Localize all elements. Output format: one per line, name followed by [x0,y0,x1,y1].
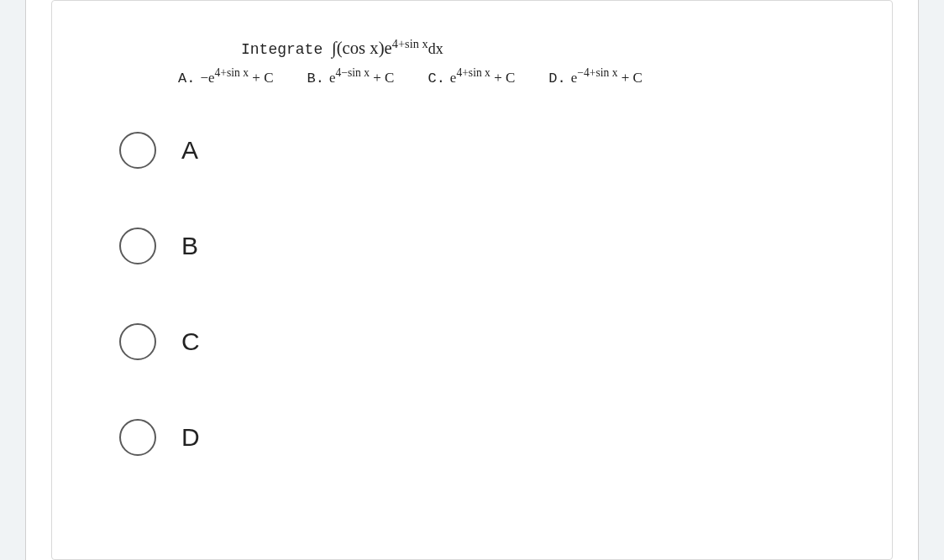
option-b-label: B [181,232,198,260]
radio-icon[interactable] [119,228,156,264]
prompt-prefix: Integrate [241,41,332,58]
option-d[interactable]: D [119,419,850,456]
question-card: Integrate ∫(cos x)e4+sin xdx A. −e4+sin … [51,0,893,560]
answer-choice-d: D. e−4+sin x + C [548,64,642,90]
answer-choice-c: C. e4+sin x + C [427,64,515,90]
answer-choice-b: B. e4−sin x + C [307,64,395,90]
radio-icon[interactable] [119,132,156,169]
question-prompt: Integrate ∫(cos x)e4+sin xdx [241,34,850,62]
option-b[interactable]: B [119,228,850,264]
question-block: Integrate ∫(cos x)e4+sin xdx A. −e4+sin … [178,34,850,90]
option-a[interactable]: A [119,132,850,169]
radio-icon[interactable] [119,323,156,360]
option-a-label: A [181,136,198,165]
option-d-label: D [181,423,200,452]
option-c[interactable]: C [119,323,850,360]
integrand: ∫(cos x)e4+sin xdx [332,40,443,57]
page-container: Integrate ∫(cos x)e4+sin xdx A. −e4+sin … [25,0,919,560]
options-list: A B C D [119,132,850,456]
answer-choices-row: A. −e4+sin x + C B. e4−sin x + C C. e4+s… [178,64,850,90]
answer-choice-a: A. −e4+sin x + C [178,64,274,90]
radio-icon[interactable] [119,419,156,456]
option-c-label: C [181,327,200,356]
